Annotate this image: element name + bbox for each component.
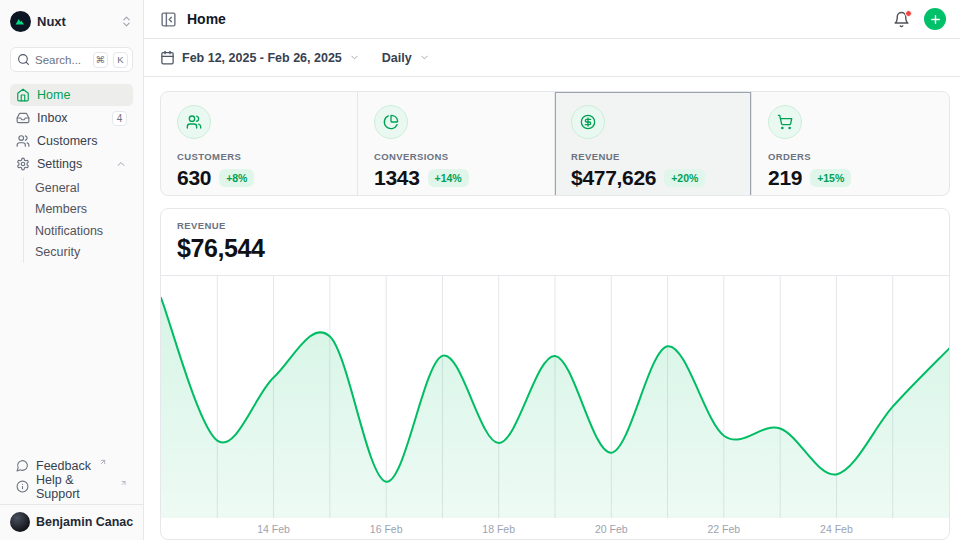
sidebar-item-label: Settings	[37, 157, 108, 171]
stat-card-customers[interactable]: CUSTOMERS 630 +8%	[161, 92, 358, 196]
feedback-label: Feedback	[36, 459, 91, 473]
x-axis-label: 24 Feb	[820, 523, 853, 535]
x-axis-label: 22 Feb	[707, 523, 740, 535]
sub-item-label: Security	[35, 245, 80, 259]
sidebar-spacer	[10, 263, 133, 455]
x-axis-label: 20 Feb	[595, 523, 628, 535]
team-name: Nuxt	[37, 14, 114, 29]
sub-item-label: Notifications	[35, 224, 103, 238]
notification-dot	[905, 10, 912, 17]
content: CUSTOMERS 630 +8% CONVERSIONS 1343 +14%	[144, 77, 960, 540]
x-axis-label: 14 Feb	[257, 523, 290, 535]
inbox-count-badge: 4	[112, 111, 127, 126]
sidebar-item-label: Customers	[37, 134, 127, 148]
sub-item-label: Members	[35, 202, 87, 216]
stat-delta-badge: +20%	[664, 169, 705, 187]
add-button[interactable]	[924, 8, 946, 30]
plus-icon	[929, 13, 942, 26]
users-icon	[177, 105, 211, 139]
team-switcher[interactable]: Nuxt	[10, 8, 133, 34]
chart-label: REVENUE	[177, 220, 933, 231]
chart-x-axis: 14 Feb16 Feb18 Feb20 Feb22 Feb24 Feb	[161, 518, 949, 540]
x-axis-label: 18 Feb	[482, 523, 515, 535]
kbd-k: K	[113, 52, 128, 68]
date-range-picker[interactable]: Feb 12, 2025 - Feb 26, 2025	[160, 50, 360, 65]
chevron-down-icon	[349, 52, 360, 63]
stat-delta-badge: +14%	[428, 169, 469, 187]
chevrons-up-down-icon	[120, 15, 133, 28]
info-circle-icon	[16, 480, 29, 493]
nuxt-logo-icon	[10, 11, 31, 32]
period-select[interactable]: Daily	[382, 51, 430, 65]
message-circle-icon	[16, 459, 29, 472]
filter-toolbar: Feb 12, 2025 - Feb 26, 2025 Daily	[144, 39, 960, 77]
chart-canvas	[161, 276, 949, 518]
help-support-link[interactable]: Help & Support	[10, 476, 133, 497]
sidebar-item-general[interactable]: General	[35, 177, 133, 199]
stat-value: 1343	[374, 166, 420, 190]
app-root: Nuxt Search... ⌘ K Home	[0, 0, 960, 540]
sidebar-item-members[interactable]: Members	[35, 199, 133, 221]
sidebar: Nuxt Search... ⌘ K Home	[0, 0, 144, 540]
main-area: Home Feb 12, 2025 - Feb 26, 2025 Daily	[144, 0, 960, 540]
search-placeholder: Search...	[35, 54, 88, 66]
collapse-sidebar-icon[interactable]	[160, 11, 177, 28]
stat-card-conversions[interactable]: CONVERSIONS 1343 +14%	[358, 92, 555, 196]
stats-row: CUSTOMERS 630 +8% CONVERSIONS 1343 +14%	[160, 91, 950, 196]
notifications-button[interactable]	[893, 11, 910, 28]
home-icon	[16, 88, 30, 102]
stat-value: 219	[768, 166, 802, 190]
period-label: Daily	[382, 51, 412, 65]
avatar	[10, 512, 30, 532]
sidebar-item-security[interactable]: Security	[35, 242, 133, 264]
settings-submenu: General Members Notifications Security	[23, 177, 133, 263]
chevron-up-icon	[115, 158, 127, 170]
help-support-label: Help & Support	[36, 473, 112, 501]
sidebar-item-home[interactable]: Home	[10, 84, 133, 106]
inbox-icon	[16, 111, 30, 125]
kbd-cmd: ⌘	[93, 52, 109, 68]
date-range-label: Feb 12, 2025 - Feb 26, 2025	[182, 51, 342, 65]
sidebar-item-settings[interactable]: Settings	[10, 153, 133, 175]
revenue-chart-card: REVENUE $76,544	[160, 208, 950, 540]
stat-label: CONVERSIONS	[374, 151, 538, 162]
search-input[interactable]: Search... ⌘ K	[10, 47, 133, 72]
sidebar-item-label: Home	[37, 88, 127, 102]
stat-card-orders[interactable]: ORDERS 219 +15%	[752, 92, 949, 196]
chart-header: REVENUE $76,544	[161, 209, 949, 276]
stat-delta-badge: +15%	[810, 169, 851, 187]
stat-label: CUSTOMERS	[177, 151, 341, 162]
chevron-down-icon	[419, 52, 430, 63]
stat-value: 630	[177, 166, 211, 190]
top-bar: Home	[144, 0, 960, 39]
gear-icon	[16, 157, 30, 171]
chart-value: $76,544	[177, 234, 933, 263]
sidebar-nav: Home Inbox 4 Customers Settings	[10, 84, 133, 263]
sidebar-item-notifications[interactable]: Notifications	[35, 220, 133, 242]
user-name: Benjamin Canac	[36, 515, 133, 529]
revenue-area-chart[interactable]	[161, 276, 949, 518]
stat-label: REVENUE	[571, 151, 735, 162]
shopping-cart-icon	[768, 105, 802, 139]
stat-delta-badge: +8%	[219, 169, 254, 187]
sub-item-label: General	[35, 181, 79, 195]
stat-label: ORDERS	[768, 151, 933, 162]
stat-value: $477,626	[571, 166, 656, 190]
x-axis-label: 16 Feb	[370, 523, 403, 535]
sidebar-item-label: Inbox	[37, 111, 105, 125]
page-title: Home	[187, 11, 893, 27]
external-link-arrow-icon	[99, 458, 107, 466]
sidebar-item-inbox[interactable]: Inbox 4	[10, 107, 133, 129]
search-icon	[17, 53, 30, 66]
user-menu[interactable]: Benjamin Canac	[0, 504, 143, 534]
circle-dollar-icon	[571, 105, 605, 139]
calendar-icon	[160, 50, 175, 65]
stat-card-revenue[interactable]: REVENUE $477,626 +20%	[555, 92, 752, 196]
external-link-arrow-icon	[120, 479, 127, 487]
chart-pie-icon	[374, 105, 408, 139]
sidebar-item-customers[interactable]: Customers	[10, 130, 133, 152]
users-icon	[16, 134, 30, 148]
